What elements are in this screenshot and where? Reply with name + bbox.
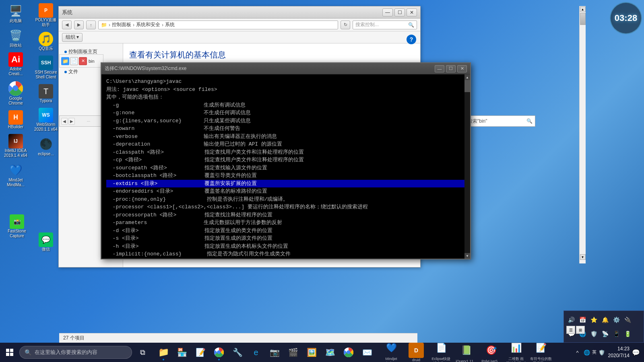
notif-icon-phone[interactable]: 📱 — [611, 329, 621, 339]
help-icon[interactable]: ? — [407, 35, 416, 44]
taskbar-clock[interactable]: 14:23 2020/7/14 — [608, 346, 630, 359]
icon-wechat[interactable]: 💬 微信 — [32, 231, 60, 253]
cmd-scroll-up[interactable]: ▲ — [464, 74, 470, 80]
screenshot-icon: 📷 — [270, 348, 280, 357]
task-view-btn[interactable]: ⧉ — [134, 343, 151, 361]
refresh-btn[interactable]: ↻ — [341, 21, 350, 29]
task-view-icon: ⧉ — [140, 348, 145, 357]
fe-forward-btn[interactable]: ▶ — [68, 118, 75, 125]
cmd-line-22: -implicit:{none,class} 指定是否为隐式引用文件生成类文件 — [106, 250, 465, 258]
dock-practice[interactable]: 📝 有符号位的数巩练习.txt — [529, 339, 553, 362]
notif-icon-star[interactable]: ⭐ — [589, 315, 599, 325]
dock-mindjet[interactable]: 💙 MindjetMindMa... — [379, 339, 403, 362]
icon-faststone[interactable]: 📸 FastStoneCapture — [3, 213, 31, 240]
eclipse-label: eclipse... — [38, 152, 54, 156]
icon-typora[interactable]: T Typora — [32, 83, 60, 105]
fe-back-btn[interactable]: ◀ — [61, 118, 68, 125]
cmd-line-2: 其中，可能的选项包括： — [106, 93, 465, 101]
icon-webstorm[interactable]: WS WebStorm2020.1.1 x64 — [32, 107, 60, 133]
taskbar-maps[interactable]: 🗺️ — [321, 343, 339, 361]
icon-adobe[interactable]: Ai AdobeCreati... — [2, 51, 29, 78]
fe-folder-btn[interactable]: 📁 — [61, 57, 69, 65]
dock-jquery-label: jQuery1.11... — [456, 359, 477, 362]
taskbar-photos[interactable]: 🖼️ — [303, 343, 320, 361]
cmd-scrollbar[interactable]: ▲ ▼ — [464, 74, 470, 259]
dock-eclipse-doc[interactable]: 📄 Eclipse快捷键大全.txt — [429, 339, 453, 362]
taskbar-word[interactable]: 📝 — [192, 343, 209, 361]
icon-eclipse[interactable]: 🌑 eclipse... — [32, 135, 60, 158]
fe-path-label: bin — [88, 59, 95, 64]
icon-hbuilder[interactable]: H HBuilder — [2, 109, 29, 131]
taskbar-store[interactable]: 🏪 — [173, 343, 191, 361]
forward-btn[interactable]: ▶ — [74, 21, 84, 29]
taskbar-screenshot[interactable]: 📷 — [266, 343, 283, 361]
notif-icon-settings[interactable]: ⚙️ — [611, 315, 621, 325]
system-search-box[interactable]: 搜索控制... 🔍 — [353, 21, 417, 29]
taskbar-search-bar[interactable]: 🔍 在这里输入你要搜索的内容 — [19, 346, 132, 359]
notif-icon-antenna[interactable]: 📡 — [600, 329, 610, 339]
cmd-scroll-down[interactable]: ▼ — [464, 253, 470, 259]
notif-icon-power[interactable]: 🔌 — [623, 315, 632, 325]
cmd-close-btn[interactable]: ✕ — [457, 65, 467, 72]
organize-btn[interactable]: 组织 ▾ — [62, 33, 83, 42]
notification-btn[interactable]: 💬 — [632, 348, 640, 356]
taskbar-mail[interactable]: ✉️ — [358, 343, 376, 361]
icon-qq-music[interactable]: 🎵 QQ音乐 — [32, 31, 60, 52]
scroll-thumb[interactable] — [580, 13, 586, 25]
cmd-line-23: -encoding <编码> 指定源文件使用的字符编码 — [106, 258, 465, 259]
notif-icon-calendar[interactable]: 📅 — [578, 315, 587, 325]
icon-polyv[interactable]: P POLYV直播助手 — [32, 2, 60, 29]
notif-icon-speaker[interactable]: 🔊 — [566, 315, 576, 325]
start-button[interactable] — [0, 343, 19, 362]
taskbar-file-explorer[interactable]: 📁 — [155, 343, 172, 361]
taskbar-time: 14:23 — [608, 346, 630, 352]
dock-druid[interactable]: D druid — [404, 343, 428, 362]
system-maximize-btn[interactable]: ☐ — [394, 8, 405, 16]
cmd-minimize-btn[interactable]: — — [435, 65, 444, 72]
tray-shield-icon[interactable]: 🛡️ — [598, 348, 606, 356]
cmd-titlebar: 选择C:\WINDOWS\system32\cmd.exe — ☐ ✕ — [101, 63, 470, 74]
dock-polylive[interactable]: 🎯 PolyLiveS... — [479, 341, 503, 362]
sys-scrollbar[interactable]: ▲ ▼ — [579, 6, 586, 263]
system-close-btn[interactable]: ✕ — [407, 8, 417, 16]
grid-view-btn[interactable]: ⊞ — [576, 326, 585, 334]
notif-icon-battery[interactable]: 🔋 — [623, 329, 632, 339]
tray-up-arrow[interactable]: ^ — [574, 348, 582, 356]
notif-icon-alert[interactable]: 🔔 — [600, 315, 610, 325]
polyv-icon: P — [39, 3, 53, 18]
cmd-maximize-btn[interactable]: ☐ — [446, 65, 456, 72]
notif-icon-shield[interactable]: 🛡️ — [589, 329, 599, 339]
tray-lang-indicator[interactable]: 英 — [592, 350, 597, 355]
icon-my-computer[interactable]: 🖥️ 此电脑 — [2, 2, 29, 25]
list-view-btn[interactable]: ☰ — [566, 326, 575, 334]
word-icon: 📝 — [196, 348, 206, 357]
fe-delete-btn[interactable]: ✕ — [79, 57, 87, 65]
dock-jquery[interactable]: 📗 jQuery1.11... — [454, 341, 478, 362]
taskbar-tool1[interactable]: 🔧 — [229, 343, 246, 361]
fe-search-bar[interactable]: 搜索"bin" 🔍 — [465, 115, 535, 127]
icon-ssh[interactable]: SSH SSH SecureShell Client — [32, 54, 60, 81]
my-computer-icon: 🖥️ — [8, 3, 23, 19]
taskbar-search-icon: 🔍 — [25, 349, 31, 356]
taskbar-chrome2[interactable] — [340, 343, 357, 361]
icon-recycle-bin[interactable]: 🗑️ 回收站 — [2, 27, 29, 49]
scroll-down-btn[interactable]: ▼ — [580, 254, 586, 260]
dock-chart[interactable]: 📊 二维数 画问对象(批...) — [504, 339, 528, 362]
taskbar-ie[interactable]: e — [247, 343, 265, 361]
up-btn[interactable]: ↑ — [86, 21, 96, 29]
fe-new-btn[interactable]: 📄 — [70, 57, 78, 65]
icon-google-chrome[interactable]: GoogleChrome — [2, 80, 29, 107]
icon-mindjet[interactable]: 💙 MindJetMindMa... — [2, 161, 29, 189]
taskbar-chrome[interactable] — [210, 343, 228, 361]
cmd-line-4: -g:none 不生成任何调试信息 — [106, 109, 465, 117]
cmd-window: 选择C:\WINDOWS\system32\cmd.exe — ☐ ✕ C:\U… — [101, 62, 471, 259]
icon-intellij[interactable]: IJ IntelliJ IDEA2019.1.4 x64 — [2, 133, 29, 159]
tray-network-icon[interactable]: 🌐 — [583, 348, 591, 356]
system-minimize-btn[interactable]: — — [382, 8, 393, 16]
taskbar-media[interactable]: 🎬 — [284, 343, 302, 361]
taskbar-date: 2020/7/14 — [608, 352, 630, 359]
back-btn[interactable]: ◀ — [62, 21, 72, 29]
address-path[interactable]: 📁 › 控制面板 › 系统和安全 › 系统 — [98, 21, 338, 29]
cmd-scroll-thumb[interactable] — [464, 80, 470, 92]
scroll-up-btn[interactable]: ▲ — [580, 6, 586, 12]
